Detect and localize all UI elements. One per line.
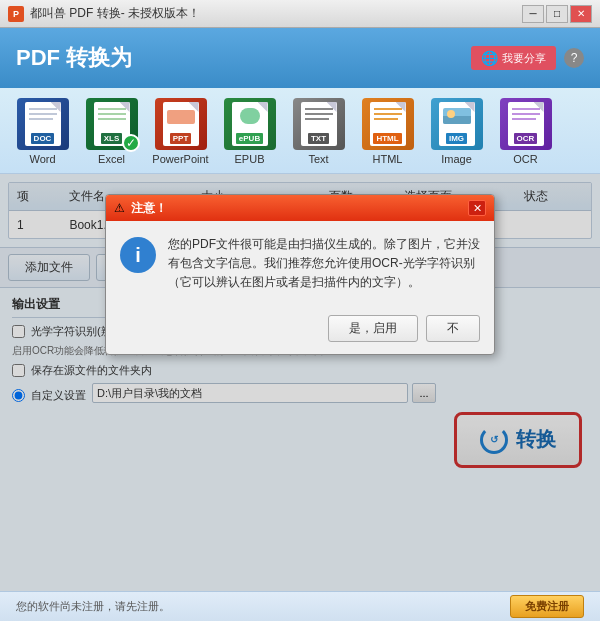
format-text-label: Text: [308, 153, 328, 165]
dialog-body: i 您的PDF文件很可能是由扫描仪生成的。除了图片，它并没有包含文字信息。我们推…: [106, 221, 494, 307]
app-title: PDF 转换为: [16, 43, 132, 73]
format-html-label: HTML: [373, 153, 403, 165]
close-button[interactable]: ✕: [570, 5, 592, 23]
dialog-close-button[interactable]: ✕: [468, 200, 486, 216]
dialog-yes-button[interactable]: 是，启用: [328, 315, 418, 342]
format-epub-label: EPUB: [235, 153, 265, 165]
format-image[interactable]: IMG Image: [424, 98, 489, 165]
status-bar: 您的软件尚未注册，请先注册。 免费注册: [0, 591, 600, 621]
format-excel[interactable]: XLS ✓ Excel: [79, 98, 144, 165]
dialog-message: 您的PDF文件很可能是由扫描仪生成的。除了图片，它并没有包含文字信息。我们推荐您…: [168, 235, 480, 293]
content-area: 项 文件名 大小 页数 选择页面 状态 1 Book1.pdf 118.23KB…: [0, 174, 600, 591]
share-button[interactable]: 🌐 我要分享: [471, 46, 556, 70]
format-text[interactable]: TXT Text: [286, 98, 351, 165]
dialog-no-button[interactable]: 不: [426, 315, 480, 342]
format-word-label: Word: [29, 153, 55, 165]
format-ocr[interactable]: OCR OCR: [493, 98, 558, 165]
excel-selected-badge: ✓: [122, 134, 140, 152]
weibo-icon: 🌐: [481, 50, 498, 66]
alert-dialog: ⚠ 注意！ ✕ i 您的PDF文件很可能是由扫描仪生成的。除了图片，它并没有包含…: [105, 194, 495, 355]
dialog-titlebar: ⚠ 注意！ ✕: [106, 195, 494, 221]
header-actions: 🌐 我要分享 ?: [471, 46, 584, 70]
format-word[interactable]: DOC Word: [10, 98, 75, 165]
register-button[interactable]: 免费注册: [510, 595, 584, 618]
main-window: PDF 转换为 🌐 我要分享 ? DOC: [0, 28, 600, 621]
format-selector: DOC Word XLS ✓ Excel: [0, 88, 600, 174]
format-ppt[interactable]: PPT PowerPoint: [148, 98, 213, 165]
window-controls: ─ □ ✕: [522, 5, 592, 23]
dialog-overlay: ⚠ 注意！ ✕ i 您的PDF文件很可能是由扫描仪生成的。除了图片，它并没有包含…: [0, 174, 600, 591]
info-icon: i: [120, 237, 156, 273]
dialog-title-icon: ⚠: [114, 201, 125, 215]
format-epub[interactable]: ePUB EPUB: [217, 98, 282, 165]
titlebar: P 都叫兽 PDF 转换- 未授权版本！ ─ □ ✕: [0, 0, 600, 28]
format-ocr-label: OCR: [513, 153, 537, 165]
maximize-button[interactable]: □: [546, 5, 568, 23]
minimize-button[interactable]: ─: [522, 5, 544, 23]
format-image-label: Image: [441, 153, 472, 165]
app-icon: P: [8, 6, 24, 22]
status-text: 您的软件尚未注册，请先注册。: [16, 599, 170, 614]
format-ppt-label: PowerPoint: [152, 153, 208, 165]
dialog-footer: 是，启用 不: [106, 307, 494, 354]
help-button[interactable]: ?: [564, 48, 584, 68]
header: PDF 转换为 🌐 我要分享 ?: [0, 28, 600, 88]
dialog-title-text: 注意！: [131, 200, 167, 217]
window-title: 都叫兽 PDF 转换- 未授权版本！: [30, 5, 200, 22]
format-excel-label: Excel: [98, 153, 125, 165]
format-html[interactable]: HTML HTML: [355, 98, 420, 165]
